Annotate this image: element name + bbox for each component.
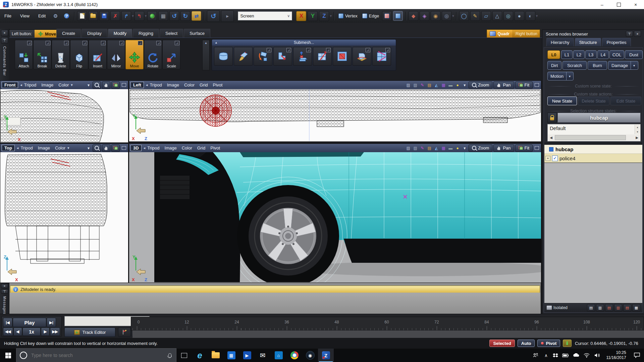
paint-mode-icon[interactable]: ✎ [419, 145, 425, 151]
view-dropdown-icon[interactable]: ▾ [86, 145, 92, 151]
expand-icon[interactable]: ◿ [46, 41, 50, 45]
taskbar-app-mail[interactable]: ✉ [255, 349, 271, 362]
close-panel-icon[interactable]: × [1, 284, 8, 288]
state-list-hscrollbar[interactable]: ◀ ▶ [548, 134, 640, 141]
expand-icon[interactable]: ◿ [175, 41, 179, 45]
expand-icon[interactable]: ◿ [64, 41, 69, 45]
ribbon-scroll-button[interactable]: ▲ [202, 40, 210, 70]
expand-icon[interactable]: ◿ [306, 48, 311, 52]
pin-panel-icon[interactable]: ⊤ [1, 37, 8, 44]
dirt-button[interactable]: Dirt [547, 61, 561, 70]
timeline-ruler[interactable]: 0 12 24 36 48 60 72 84 96 108 120 [131, 317, 644, 331]
tree-item-police4[interactable]: + ✓ police4 [544, 154, 642, 163]
checker-display-icon[interactable]: ▦ [440, 82, 446, 88]
viewport-collapse-icon[interactable]: ◂ [20, 83, 22, 87]
left-button-mode[interactable]: Left button: Move [9, 29, 60, 38]
expand-icon[interactable]: ◿ [286, 48, 291, 52]
scroll-left-icon[interactable]: ◀ [548, 134, 554, 141]
action-center-icon[interactable] [630, 349, 644, 362]
step-back-button[interactable]: ◀ [13, 327, 22, 336]
collapse-icon[interactable]: ▲ [215, 41, 218, 44]
viewport-front-canvas[interactable]: Y X [0, 89, 128, 142]
new-file-button[interactable] [77, 11, 87, 21]
export-button[interactable]: ↱ [121, 11, 131, 21]
tools-dropdown-icon[interactable]: ▾ [536, 14, 538, 18]
delete-state-button[interactable]: Delete State [578, 97, 609, 105]
shaded-mode-icon[interactable]: ▤ [426, 145, 432, 151]
volume-icon[interactable] [592, 349, 602, 362]
select-quad-button[interactable]: ▱ [481, 11, 491, 21]
menu-grid[interactable]: Grid [200, 82, 208, 87]
close-panel-icon[interactable]: × [634, 31, 641, 37]
move-button[interactable]: ◿ Move [125, 40, 144, 69]
layer-col-button[interactable]: COL [609, 50, 624, 59]
light-icon[interactable]: ● [454, 82, 461, 88]
motion-dropdown-icon[interactable]: ▾ [566, 72, 571, 80]
last-frame-button[interactable]: ▶| [47, 318, 56, 327]
ghost-mode-icon[interactable]: ▧ [412, 82, 418, 88]
taskbar-app-chrome[interactable] [286, 349, 302, 362]
pan-icon-button[interactable] [102, 144, 110, 152]
rewind-button[interactable]: ◀◀ [3, 327, 13, 336]
taskbar-search[interactable] [16, 348, 176, 362]
selected-mode-button[interactable]: Selected [489, 340, 515, 347]
cone-display-icon[interactable]: ◭ [433, 82, 439, 88]
axis-x-button[interactable]: X [296, 11, 306, 21]
refresh-button[interactable]: ⇄ [192, 11, 201, 21]
help-icon[interactable]: ? [62, 11, 71, 21]
menu-file[interactable]: File [0, 9, 16, 23]
import-dropdown-icon[interactable]: ▾ [145, 14, 147, 18]
sphere-tool-button[interactable]: ● [515, 11, 524, 21]
right-button-mode[interactable]: Quadr :Right button [487, 29, 540, 38]
redo-button[interactable]: ↻ [180, 11, 190, 21]
submesh-wrap-button[interactable]: ◿ [353, 47, 371, 66]
state-clear-icon[interactable]: ▦ [632, 304, 640, 311]
taskbar-app-photos[interactable]: ▦ [223, 349, 239, 362]
mirror-button[interactable]: ◿ Mirror [107, 40, 125, 69]
taskbar-app-steam[interactable]: ◉ [302, 349, 318, 362]
viewport-3d-canvas[interactable]: Y X Z [129, 152, 541, 283]
drop-to-ground-button[interactable]: ⇓ [563, 340, 572, 347]
tab-surface[interactable]: Surface [184, 29, 210, 38]
state-save-icon[interactable]: ▤ [587, 304, 595, 311]
submesh-extrude-button[interactable]: ◿ [293, 47, 312, 66]
layer-l1-button[interactable]: L1 [561, 50, 573, 59]
messages-log-area[interactable] [10, 293, 540, 313]
select-poly-button[interactable]: △ [492, 11, 502, 21]
polygon-mode-button[interactable] [382, 11, 392, 21]
menu-color[interactable]: Color [184, 82, 195, 87]
menu-tripod[interactable]: Tripod [20, 145, 33, 150]
space-mode-combo[interactable]: Screen ∨ [238, 11, 292, 20]
delete-tool-button[interactable]: ◿ Delete [52, 40, 70, 69]
viewport-left-canvas[interactable]: Y X Z [129, 89, 541, 141]
close-button[interactable]: × [627, 0, 644, 9]
expand-icon[interactable]: ◿ [119, 41, 124, 45]
manip-axes-button[interactable]: ◆ [409, 11, 418, 21]
fast-forward-button[interactable]: ▶▶ [50, 327, 60, 336]
battery-icon[interactable] [560, 349, 571, 362]
tree-item-hubcap[interactable]: hubcap [544, 145, 642, 154]
menu-color[interactable]: Color [58, 82, 69, 87]
axis-z-button[interactable]: Z [319, 11, 329, 21]
menu-more-icon[interactable]: ▾ [71, 83, 73, 87]
add-marker-button[interactable] [118, 327, 131, 337]
paint-mode-icon[interactable]: ✎ [419, 82, 425, 88]
menu-pivot[interactable]: Pivot [213, 82, 223, 87]
tree-empty-area[interactable] [544, 163, 642, 303]
menu-image[interactable]: Image [38, 145, 50, 150]
materials-button[interactable] [147, 11, 157, 21]
insert-button[interactable]: ◿ Insert [89, 40, 107, 69]
manip-snap-button[interactable]: ◎ [442, 11, 451, 21]
nav-forward-button[interactable]: ▸ [221, 10, 234, 22]
rotate-button[interactable]: ◿ Rotate [144, 40, 162, 69]
fit-button[interactable]: Fit [515, 81, 533, 89]
close-panel-icon[interactable]: × [1, 30, 8, 36]
expand-icon[interactable]: ◿ [138, 41, 143, 45]
track-editor-button[interactable]: ▶ Track Editor [64, 327, 115, 337]
task-view-button[interactable] [176, 349, 192, 362]
layer-l3-button[interactable]: L3 [585, 50, 597, 59]
nav-back-button[interactable]: ↺ [207, 10, 220, 22]
wireframe-mode-icon[interactable]: ▨ [405, 145, 411, 151]
maximize-button[interactable] [610, 0, 627, 9]
tab-display[interactable]: Display [82, 29, 107, 38]
